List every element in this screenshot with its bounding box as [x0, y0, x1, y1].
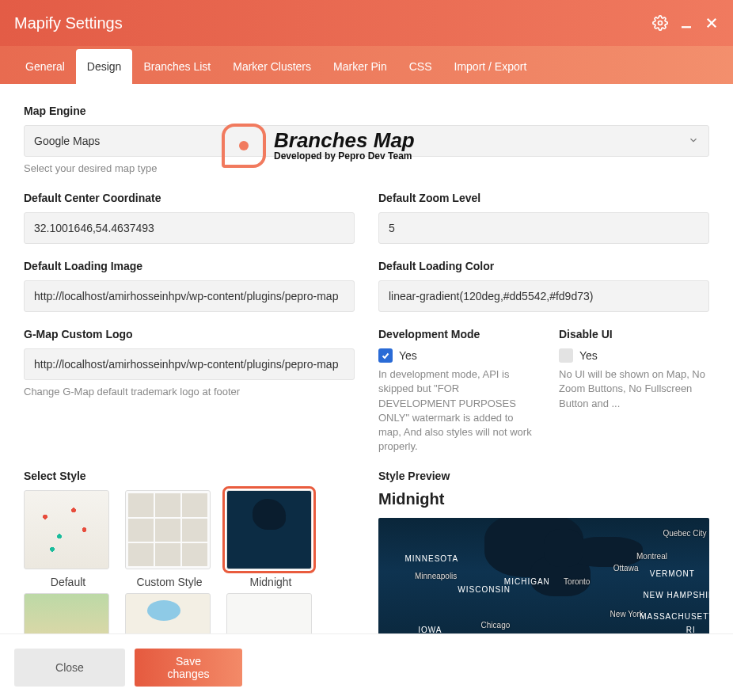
field-select-style: Select Style Default Custom Style Midnig…: [24, 470, 355, 633]
map-city-label: Minneapolis: [415, 572, 457, 580]
select-style-label: Select Style: [24, 470, 355, 482]
disable-ui-checkbox[interactable]: Yes: [559, 348, 709, 363]
field-loading-image: Default Loading Image: [24, 260, 355, 312]
map-city-label: Chicago: [481, 621, 511, 630]
loading-color-label: Default Loading Color: [378, 260, 709, 272]
style-thumb-extra-1: [24, 593, 109, 633]
footer: Close Save changes: [0, 633, 733, 700]
map-state-label: WISCONSIN: [458, 585, 511, 594]
style-thumb-extra-3: [226, 593, 312, 633]
style-label-custom: Custom Style: [125, 576, 214, 588]
window-title: Mapify Settings: [14, 14, 123, 32]
tab-general[interactable]: General: [14, 49, 76, 84]
tab-branches-list[interactable]: Branches List: [132, 49, 222, 84]
dev-mode-checkbox[interactable]: Yes: [378, 348, 535, 363]
style-preview-map[interactable]: MINNESOTA Minneapolis WISCONSIN MICHIGAN…: [378, 518, 709, 633]
chevron-down-icon: [688, 135, 699, 148]
tab-css[interactable]: CSS: [398, 49, 443, 84]
style-thumb-extra-2: [125, 593, 211, 633]
map-city-label: Toronto: [564, 577, 590, 586]
disable-ui-label: Disable UI: [559, 328, 709, 340]
save-button[interactable]: Save changes: [135, 649, 242, 687]
style-preview-name: Midnight: [378, 490, 709, 508]
field-disable-ui: Disable UI Yes No UI will be shown on Ma…: [559, 328, 709, 411]
map-state-label: VERMONT: [650, 569, 695, 578]
checkbox-checked-icon: [378, 348, 393, 363]
style-thumb-default: [24, 490, 109, 569]
map-state-label: MICHIGAN: [504, 577, 550, 586]
loading-color-input[interactable]: [378, 280, 709, 312]
style-item-extra-3[interactable]: [226, 593, 315, 633]
style-preview-label: Style Preview: [378, 470, 709, 482]
minimize-icon[interactable]: [679, 16, 693, 30]
style-label-midnight: Midnight: [226, 576, 315, 588]
gmap-logo-help: Change G-Map default trademark logo at f…: [24, 385, 355, 399]
map-city-label: Quebec City: [663, 529, 706, 538]
map-city-label: Montreal: [636, 552, 667, 561]
gmap-logo-label: G-Map Custom Logo: [24, 328, 355, 340]
dev-mode-help: In development mode, API is skipped but …: [378, 367, 535, 454]
default-zoom-input[interactable]: [378, 212, 709, 244]
tab-design[interactable]: Design: [76, 49, 133, 84]
field-default-center: Default Center Coordinate: [24, 192, 355, 244]
svg-point-0: [659, 21, 663, 25]
style-item-default[interactable]: Default: [24, 490, 112, 588]
tab-import-export[interactable]: Import / Export: [443, 49, 538, 84]
map-state-label: RI: [686, 626, 696, 633]
checkbox-unchecked-icon: [559, 348, 573, 363]
tabbar: General Design Branches List Marker Clus…: [0, 46, 733, 84]
style-item-extra-2[interactable]: [125, 593, 214, 633]
disable-ui-yes: Yes: [579, 349, 598, 362]
style-item-custom[interactable]: Custom Style: [125, 490, 214, 588]
map-engine-select[interactable]: Google Maps: [24, 125, 709, 157]
tab-marker-pin[interactable]: Marker Pin: [322, 49, 398, 84]
map-state-label: MASSACHUSETTS: [640, 612, 709, 621]
gear-icon[interactable]: [652, 15, 668, 31]
map-engine-label: Map Engine: [24, 105, 709, 117]
loading-image-label: Default Loading Image: [24, 260, 355, 272]
tab-marker-clusters[interactable]: Marker Clusters: [222, 49, 322, 84]
content-scroll[interactable]: Map Engine Google Maps Select your desir…: [0, 84, 733, 633]
style-thumb-custom: [125, 490, 211, 569]
field-default-zoom: Default Zoom Level: [378, 192, 709, 244]
default-center-label: Default Center Coordinate: [24, 192, 355, 204]
window-controls: [652, 15, 719, 31]
map-state-label: MINNESOTA: [404, 554, 458, 563]
field-style-preview: Style Preview Midnight MINNESOTA Minneap…: [378, 470, 709, 633]
gmap-logo-input[interactable]: [24, 348, 355, 380]
default-center-input[interactable]: [24, 212, 355, 244]
style-label-default: Default: [24, 576, 112, 588]
map-state-label: IOWA: [418, 626, 442, 633]
style-thumb-midnight: [226, 490, 312, 569]
disable-ui-help: No UI will be shown on Map, No Zoom Butt…: [559, 367, 709, 411]
close-button[interactable]: Close: [14, 649, 125, 687]
map-engine-value: Google Maps: [34, 135, 100, 147]
map-engine-help: Select your desired map type: [24, 162, 709, 176]
style-item-midnight[interactable]: Midnight: [226, 490, 315, 588]
map-city-label: New York: [610, 610, 644, 618]
style-item-extra-1[interactable]: [24, 593, 112, 633]
field-map-engine: Map Engine Google Maps Select your desir…: [24, 105, 709, 176]
map-city-label: Ottawa: [613, 564, 639, 573]
dev-mode-label: Development Mode: [378, 328, 535, 340]
titlebar: Mapify Settings: [0, 0, 733, 46]
field-loading-color: Default Loading Color: [378, 260, 709, 312]
map-state-label: NEW HAMPSHIRE: [643, 591, 709, 599]
dev-mode-yes: Yes: [399, 349, 417, 362]
field-gmap-logo: G-Map Custom Logo Change G-Map default t…: [24, 328, 355, 399]
field-dev-mode: Development Mode Yes In development mode…: [378, 328, 535, 454]
default-zoom-label: Default Zoom Level: [378, 192, 709, 204]
close-icon[interactable]: [705, 16, 719, 30]
loading-image-input[interactable]: [24, 280, 355, 312]
